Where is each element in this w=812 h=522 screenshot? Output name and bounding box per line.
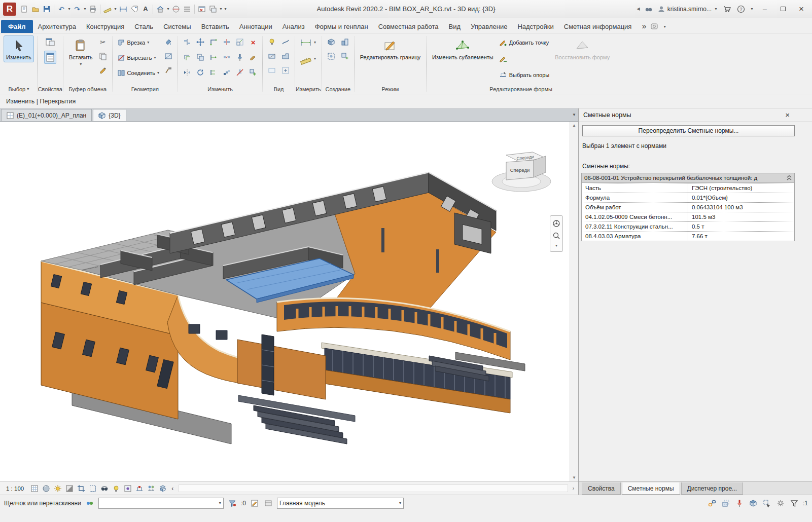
- cope-button[interactable]: Врезка▾: [116, 35, 161, 50]
- scale-button[interactable]: 1 : 100: [2, 483, 28, 494]
- join-button[interactable]: Соединить▾: [116, 66, 161, 80]
- table-row[interactable]: ЧастьГЭСН (строительство): [582, 183, 794, 193]
- tab-massing-site[interactable]: Формы и генплан: [310, 20, 373, 33]
- panel-tab-properties[interactable]: Свойства: [582, 482, 621, 495]
- user-caret[interactable]: ▾: [714, 7, 718, 11]
- filter-icon[interactable]: [789, 498, 799, 508]
- select-group-label[interactable]: Выбор▾: [1, 85, 37, 94]
- settings-gear-icon[interactable]: [775, 498, 786, 508]
- linework-icon[interactable]: [279, 35, 292, 49]
- align-icon[interactable]: [181, 35, 193, 49]
- 3d-model-canvas[interactable]: Спереди Спереди: [0, 122, 568, 481]
- tab-analyze[interactable]: Анализ: [277, 20, 310, 33]
- move-icon[interactable]: [194, 35, 206, 49]
- paste-caret[interactable]: ▾: [80, 62, 82, 66]
- join-caret[interactable]: ▾: [157, 71, 159, 75]
- match-type-icon[interactable]: [97, 64, 109, 77]
- text-icon[interactable]: A: [140, 3, 151, 15]
- horizontal-scrollbar[interactable]: [179, 484, 568, 492]
- design-option-combo[interactable]: ▾: [98, 498, 224, 509]
- maximize-button[interactable]: [775, 3, 791, 16]
- view-options-icon[interactable]: [279, 64, 292, 77]
- norm-header-row[interactable]: 06-08-001-01 Устройство перекрытий безба…: [582, 173, 794, 183]
- modify-button[interactable]: Изменить: [4, 35, 34, 62]
- editable-only-icon[interactable]: [250, 498, 260, 508]
- collapse-chevron-icon[interactable]: [787, 175, 792, 181]
- user-account[interactable]: kristina.smirno... ▾: [657, 5, 718, 13]
- paint-icon[interactable]: [162, 35, 174, 49]
- tab-collaborate[interactable]: Совместная работа: [373, 20, 444, 33]
- reveal-hidden-icon[interactable]: [111, 483, 121, 494]
- scroll-right-icon[interactable]: ›: [571, 486, 576, 491]
- tab-structure[interactable]: Конструкция: [81, 20, 129, 33]
- scroll-up-icon[interactable]: ▲: [572, 123, 576, 128]
- unpin-icon[interactable]: [234, 66, 246, 79]
- search-collapse-icon[interactable]: ◀: [637, 7, 640, 11]
- worksets-dialog-icon[interactable]: [263, 498, 273, 508]
- save-icon[interactable]: [41, 3, 52, 15]
- table-row[interactable]: 08.4.03.03 Арматура7.66 т: [582, 231, 794, 241]
- drag-on-selection-icon[interactable]: [762, 498, 772, 508]
- select-by-face-icon[interactable]: [748, 498, 758, 508]
- tab-overflow-icon[interactable]: »: [642, 22, 646, 31]
- cope-caret[interactable]: ▾: [147, 41, 149, 45]
- measure-icon[interactable]: [102, 3, 113, 15]
- table-row[interactable]: 04.1.02.05-0009 Смеси бетонн...101.5 м3: [582, 212, 794, 221]
- temporary-hide-isolate-icon[interactable]: [99, 483, 110, 494]
- show-constraints-icon[interactable]: [134, 483, 145, 494]
- create-similar-icon[interactable]: [247, 66, 259, 79]
- unhide-elements-icon[interactable]: [266, 64, 278, 77]
- viewcube[interactable]: Спереди Спереди: [492, 152, 551, 192]
- worksharing-display-icon[interactable]: [146, 483, 156, 494]
- open-icon[interactable]: [30, 3, 41, 15]
- undo-button[interactable]: ↶: [56, 3, 67, 15]
- offset-icon[interactable]: [181, 51, 193, 64]
- scroll-down-icon[interactable]: ▼: [572, 475, 576, 480]
- copy-to-clipboard-icon[interactable]: [97, 50, 109, 63]
- paste-button[interactable]: Вставить ▾: [66, 35, 95, 68]
- scale-icon[interactable]: [234, 35, 246, 49]
- split-face-icon[interactable]: [162, 50, 174, 63]
- navbar-caret[interactable]: ▾: [555, 244, 557, 248]
- select-underlay-icon[interactable]: [721, 498, 731, 508]
- mirror-pick-axis-icon[interactable]: [181, 66, 193, 79]
- new-document-icon[interactable]: [19, 3, 30, 15]
- add-point-button[interactable]: Добавить точку: [498, 35, 551, 50]
- close-button[interactable]: ×: [794, 3, 809, 16]
- trim-extend-multiple-icon[interactable]: [207, 66, 220, 79]
- demolish-icon[interactable]: [162, 64, 174, 77]
- select-group-caret[interactable]: ▾: [27, 87, 29, 91]
- selection-filter-icon[interactable]: [227, 498, 237, 508]
- revit-logo[interactable]: R: [3, 3, 16, 16]
- modify-subelements-button[interactable]: Изменить субэлементы: [430, 35, 496, 62]
- edit-boundary-button[interactable]: Редактировать границу: [358, 35, 423, 62]
- tab-architecture[interactable]: Архитектура: [33, 20, 81, 33]
- 3d-viewport[interactable]: Спереди Спереди ▾ ▲ ▼: [0, 122, 578, 481]
- default-3d-view-icon[interactable]: [155, 3, 166, 15]
- aligned-dimension-icon[interactable]: [118, 3, 129, 15]
- switch-windows-icon[interactable]: [207, 3, 219, 15]
- select-links-icon[interactable]: [707, 498, 717, 508]
- rotate-icon[interactable]: [194, 66, 206, 79]
- view-tab-3d[interactable]: {3D}: [93, 109, 126, 121]
- add-line-button[interactable]: [498, 52, 551, 66]
- section-icon[interactable]: [170, 3, 182, 15]
- override-norms-button[interactable]: Переопределить Сметные нормы...: [582, 125, 795, 136]
- visual-style-icon[interactable]: [41, 483, 51, 494]
- delete-icon[interactable]: ×: [247, 35, 259, 49]
- search-binoculars-icon[interactable]: [643, 3, 654, 15]
- copy-icon[interactable]: [194, 51, 206, 64]
- pick-supports-button[interactable]: Выбрать опоры: [498, 68, 551, 82]
- tab-addins[interactable]: Надстройки: [512, 20, 558, 33]
- help-icon[interactable]: ?: [735, 3, 747, 15]
- cut-to-clipboard-icon[interactable]: ✂: [97, 35, 109, 49]
- dimension-caret[interactable]: ▾: [314, 57, 316, 61]
- pin-icon[interactable]: [234, 51, 246, 64]
- cut-geometry-caret[interactable]: ▾: [154, 56, 156, 60]
- create-similar-element-icon[interactable]: [339, 50, 351, 63]
- tab-estimate-info[interactable]: Сметная информация: [559, 20, 637, 33]
- hide-elements-icon[interactable]: [266, 50, 278, 63]
- tab-insert[interactable]: Вставить: [196, 20, 234, 33]
- array-icon[interactable]: [221, 66, 233, 79]
- steering-wheel-icon[interactable]: [552, 219, 560, 228]
